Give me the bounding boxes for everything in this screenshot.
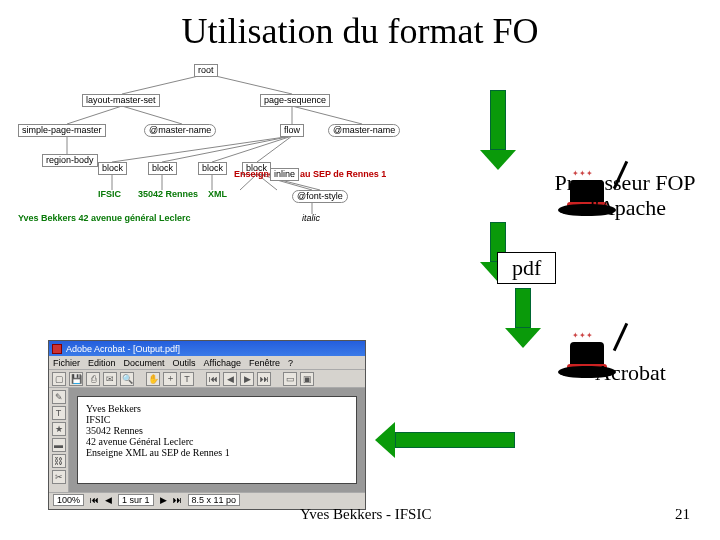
node-layout-master-set: layout-master-set [82, 94, 160, 107]
acrobat-tool-palette: ✎ T ★ ▬ ⛓ ✂ [49, 388, 69, 492]
doc-line-3: 35042 Rennes [86, 425, 348, 436]
status-page: 1 sur 1 [118, 494, 154, 506]
tb-actual-icon[interactable]: ▣ [300, 372, 314, 386]
status-nav-first-icon[interactable]: ⏮ [90, 495, 99, 505]
acrobat-titlebar: Adobe Acrobat - [Output.pdf] [49, 341, 365, 356]
tb-mail-icon[interactable]: ✉ [103, 372, 117, 386]
pdf-box: pdf [497, 252, 556, 284]
fop-label: Processeur FOP d'Apache [540, 170, 710, 221]
tb-last-icon[interactable]: ⏭ [257, 372, 271, 386]
text-ifisic: IFSIC [98, 190, 121, 199]
menu-document[interactable]: Document [124, 358, 165, 368]
tb-next-icon[interactable]: ▶ [240, 372, 254, 386]
acrobat-page-area: Yves Bekkers IFSIC 35042 Rennes 42 avenu… [69, 388, 365, 492]
text-teach: Enseigne [234, 170, 274, 179]
tb-text-icon[interactable]: T [180, 372, 194, 386]
svg-line-7 [112, 136, 292, 162]
pal-stamp-icon[interactable]: ★ [52, 422, 66, 436]
node-flow: flow [280, 124, 304, 137]
doc-line-4: 42 avenue Général Leclerc [86, 436, 348, 447]
text-author-line: Yves Bekkers 42 avenue général Leclerc [18, 214, 191, 223]
footer-page-number: 21 [675, 506, 690, 523]
fo-tree-diagram: root layout-master-set page-sequence sim… [12, 62, 442, 232]
tb-hand-icon[interactable]: ✋ [146, 372, 160, 386]
svg-line-2 [67, 106, 122, 124]
slide-title: Utilisation du format FO [0, 10, 720, 52]
svg-line-8 [162, 136, 292, 162]
pal-text-icon[interactable]: T [52, 406, 66, 420]
menu-help[interactable]: ? [288, 358, 293, 368]
arrow-to-acrobat-hat-head [505, 328, 541, 348]
node-block-2: block [148, 162, 177, 175]
arrow-to-fop [490, 90, 506, 150]
svg-line-6 [292, 106, 362, 124]
node-block-3: block [198, 162, 227, 175]
tb-zoomin-icon[interactable]: ＋ [163, 372, 177, 386]
text-addr: 35042 Rennes [138, 190, 198, 199]
acrobat-title-text: Adobe Acrobat - [Output.pdf] [66, 344, 180, 354]
menu-fichier[interactable]: Fichier [53, 358, 80, 368]
tb-save-icon[interactable]: 💾 [69, 372, 83, 386]
tb-open-icon[interactable]: ▢ [52, 372, 66, 386]
arrow-to-window-head [375, 422, 395, 458]
pal-link-icon[interactable]: ⛓ [52, 454, 66, 468]
menu-affichage[interactable]: Affichage [204, 358, 241, 368]
pal-crop-icon[interactable]: ✂ [52, 470, 66, 484]
status-zoom[interactable]: 100% [53, 494, 84, 506]
menu-edition[interactable]: Edition [88, 358, 116, 368]
acrobat-window: Adobe Acrobat - [Output.pdf] Fichier Edi… [48, 340, 366, 510]
arrow-to-acrobat-hat [515, 288, 531, 328]
node-root: root [194, 64, 218, 77]
tb-first-icon[interactable]: ⏮ [206, 372, 220, 386]
node-page-sequence: page-sequence [260, 94, 330, 107]
doc-line-1: Yves Bekkers [86, 403, 348, 414]
text-xml: XML [208, 190, 227, 199]
status-nav-last-icon[interactable]: ⏭ [173, 495, 182, 505]
text-font-style-val: italic [302, 214, 320, 223]
attr-font-style: @font-style [292, 190, 348, 203]
svg-line-17 [277, 180, 312, 190]
arrow-to-window [395, 432, 515, 448]
tb-fit-icon[interactable]: ▭ [283, 372, 297, 386]
menu-fenetre[interactable]: Fenêtre [249, 358, 280, 368]
attr-master-name-2: @master-name [328, 124, 400, 137]
menu-outils[interactable]: Outils [173, 358, 196, 368]
text-sep: au SEP de Rennes 1 [300, 170, 386, 179]
status-nav-prev-icon[interactable]: ◀ [105, 495, 112, 505]
pal-highlight-icon[interactable]: ▬ [52, 438, 66, 452]
footer-author: Yves Bekkers - IFSIC [300, 506, 431, 523]
acrobat-toolbar: ▢ 💾 ⎙ ✉ 🔍 ✋ ＋ T ⏮ ◀ ▶ ⏭ ▭ ▣ [49, 370, 365, 388]
status-nav-next-icon[interactable]: ▶ [160, 495, 167, 505]
acrobat-statusbar: 100% ⏮ ◀ 1 sur 1 ▶ ⏭ 8.5 x 11 po [49, 492, 365, 507]
tb-prev-icon[interactable]: ◀ [223, 372, 237, 386]
svg-line-0 [122, 74, 207, 94]
tb-print-icon[interactable]: ⎙ [86, 372, 100, 386]
svg-line-9 [212, 136, 292, 162]
acrobat-app-icon [52, 344, 62, 354]
acrobat-menubar[interactable]: Fichier Edition Document Outils Affichag… [49, 356, 365, 370]
node-region-body: region-body [42, 154, 98, 167]
acrobat-label: Acrobat [595, 360, 666, 385]
pal-note-icon[interactable]: ✎ [52, 390, 66, 404]
node-simple-page-master: simple-page-master [18, 124, 106, 137]
status-size: 8.5 x 11 po [188, 494, 241, 506]
svg-line-3 [122, 106, 182, 124]
node-inline: inline [270, 168, 299, 181]
doc-line-5: Enseigne XML au SEP de Rennes 1 [86, 447, 348, 458]
svg-line-1 [207, 74, 292, 94]
arrow-to-fop-head [480, 150, 516, 170]
attr-master-name-1: @master-name [144, 124, 216, 137]
doc-line-2: IFSIC [86, 414, 348, 425]
node-block-1: block [98, 162, 127, 175]
tb-search-icon[interactable]: 🔍 [120, 372, 134, 386]
acrobat-document: Yves Bekkers IFSIC 35042 Rennes 42 avenu… [77, 396, 357, 484]
